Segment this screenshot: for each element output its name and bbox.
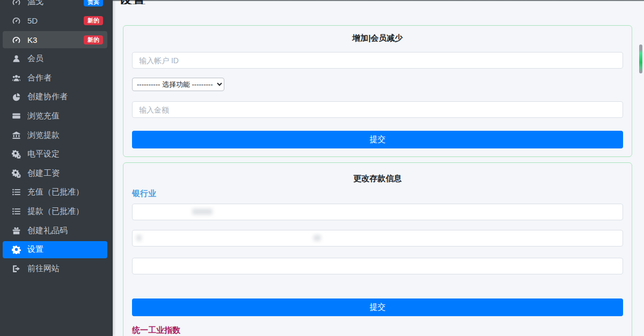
sidebar-item-browse-deposits[interactable]: 浏览充值 bbox=[3, 108, 107, 125]
member-adjust-card: 增加|会员减少 ---------- 选择功能 ---------- 提交 bbox=[123, 25, 632, 157]
sidebar-item-create-salary[interactable]: 创建工资 bbox=[3, 165, 107, 182]
submit-button[interactable]: 提交 bbox=[132, 298, 623, 316]
cogs-icon bbox=[11, 169, 21, 178]
card-title: 增加|会员减少 bbox=[132, 26, 623, 43]
sidebar-item-label: 提款（已批准） bbox=[27, 206, 84, 216]
sidebar-item-deposits-approved[interactable]: 充值（已批准） bbox=[3, 184, 107, 201]
sidebar-item-label: 浏览提款 bbox=[27, 130, 60, 140]
card-title: 更改存款信息 bbox=[132, 163, 623, 184]
users-icon bbox=[11, 73, 21, 83]
credit-card-icon bbox=[11, 111, 21, 121]
sidebar-item-wenge[interactable]: 温戈 贵宾 bbox=[3, 0, 107, 10]
gauge-icon bbox=[11, 16, 21, 25]
sidebar-item-label: 前往网站 bbox=[27, 264, 60, 274]
cogs-icon bbox=[11, 150, 21, 159]
user-icon bbox=[11, 54, 21, 63]
gift-icon bbox=[11, 226, 21, 235]
sidebar-item-label: 创建协作者 bbox=[27, 92, 68, 102]
sidebar-item-label: 合作者 bbox=[27, 73, 52, 83]
sidebar-item-label: 5D bbox=[27, 16, 38, 25]
function-select[interactable]: ---------- 选择功能 ---------- bbox=[132, 78, 224, 91]
submit-button[interactable]: 提交 bbox=[132, 131, 623, 148]
bank-section-link[interactable]: 银行业 bbox=[132, 189, 156, 199]
sidebar-item-label: 充值（已批准） bbox=[27, 187, 84, 197]
sidebar-item-create-giftcode[interactable]: 创建礼品码 bbox=[3, 222, 107, 239]
bank-field-3[interactable] bbox=[132, 258, 623, 274]
navbar-bottom-edge bbox=[113, 0, 644, 1]
sidebar-item-label: 温戈 bbox=[27, 0, 43, 7]
scrollbar[interactable] bbox=[639, 44, 642, 73]
sidebar: 温戈 贵宾 5D 新的 K3 新的 会员 bbox=[0, 0, 113, 336]
sidebar-item-withdrawals-approved[interactable]: 提款（已批准） bbox=[3, 203, 107, 220]
sidebar-item-settings[interactable]: 设置 bbox=[3, 241, 107, 258]
sidebar-item-label: 电平设定 bbox=[27, 149, 60, 159]
sidebar-item-members[interactable]: 会员 bbox=[3, 50, 107, 68]
page-title: 设置 bbox=[119, 0, 146, 4]
sidebar-item-5d[interactable]: 5D 新的 bbox=[3, 12, 107, 29]
pie-chart-icon bbox=[11, 92, 21, 101]
bank-field-2[interactable] bbox=[132, 230, 623, 247]
sidebar-item-label: 会员 bbox=[27, 54, 43, 64]
gauge-icon bbox=[11, 0, 21, 6]
bank-field-1[interactable] bbox=[132, 204, 623, 220]
sidebar-item-goto-website[interactable]: 前往网站 bbox=[3, 260, 107, 277]
sidebar-item-label: 设置 bbox=[27, 244, 43, 255]
unified-industry-index-label: 统一工业指数 bbox=[132, 325, 180, 335]
new-badge: 新的 bbox=[84, 16, 103, 25]
sidebar-item-k3[interactable]: K3 新的 bbox=[3, 31, 107, 48]
gauge-icon bbox=[11, 35, 21, 44]
bank-icon bbox=[11, 131, 21, 140]
sign-out-icon bbox=[11, 264, 21, 273]
sidebar-item-label: 创建礼品码 bbox=[27, 226, 68, 236]
account-id-input[interactable] bbox=[132, 52, 623, 69]
admin-app: 温戈 贵宾 5D 新的 K3 新的 会员 bbox=[0, 0, 644, 336]
sidebar-item-partners[interactable]: 合作者 bbox=[3, 69, 107, 86]
sidebar-item-label: 创建工资 bbox=[27, 168, 60, 178]
sidebar-item-label: 浏览充值 bbox=[27, 111, 60, 121]
sidebar-nav: 温戈 贵宾 5D 新的 K3 新的 会员 bbox=[0, 0, 113, 277]
sidebar-item-label: K3 bbox=[27, 35, 37, 44]
gear-icon bbox=[11, 245, 21, 254]
sidebar-item-browse-withdrawals[interactable]: 浏览提款 bbox=[3, 126, 107, 144]
main-content: 设置 增加|会员减少 ---------- 选择功能 ---------- 提交… bbox=[113, 0, 644, 336]
new-badge: 新的 bbox=[84, 35, 103, 44]
amount-input[interactable] bbox=[132, 101, 623, 118]
list-icon bbox=[11, 188, 21, 197]
list-icon bbox=[11, 207, 21, 216]
vip-badge: 贵宾 bbox=[84, 0, 103, 6]
sidebar-item-level-setting[interactable]: 电平设定 bbox=[3, 146, 107, 163]
deposit-info-card: 更改存款信息 银行业 提交 统一工业指数 bbox=[123, 162, 632, 336]
sidebar-item-create-collaborator[interactable]: 创建协作者 bbox=[3, 88, 107, 106]
